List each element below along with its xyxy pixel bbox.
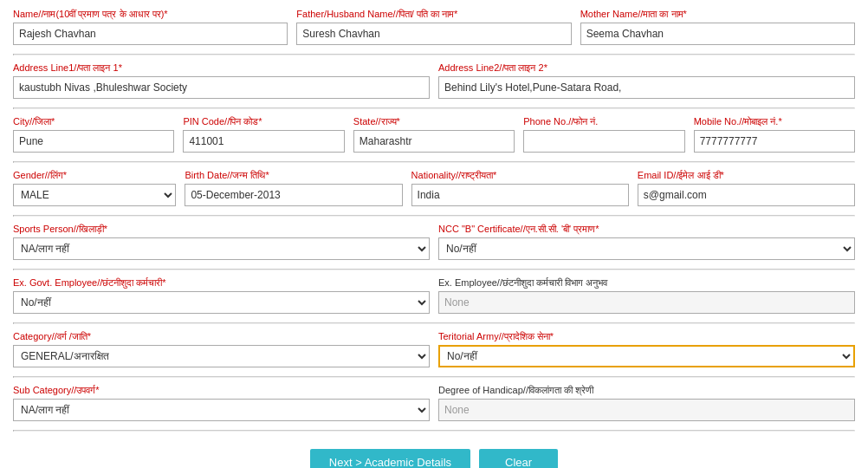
row-name-father-mother: Name//नाम(10वीं प्रमाण पत्र के आधार पर)*… — [13, 9, 855, 45]
divider-1 — [13, 54, 855, 55]
city-label: City//जिला* — [13, 116, 174, 127]
divider-2 — [13, 107, 855, 109]
state-input[interactable] — [353, 130, 515, 153]
father-label: Father/Husband Name//पिता/ पति का नाम* — [296, 9, 571, 20]
gender-label: Gender//लिंग* — [13, 170, 176, 181]
state-group: State//राज्य* — [353, 116, 515, 153]
birthdate-input[interactable] — [185, 184, 402, 206]
handicap-group: Degree of Handicap//विकलांगता की श्रेणी … — [438, 385, 855, 421]
row-subcategory-handicap: Sub Category//उपवर्ग* NA/लाग नहीं Degree… — [13, 385, 855, 421]
row-address: Address Line1//पता लाइन 1* Address Line2… — [13, 62, 855, 99]
exemp-group: Ex. Employee//छंटनीशुदा कर्मचारी विभाग अ… — [438, 277, 855, 314]
handicap-value: None — [438, 399, 855, 421]
addr2-label: Address Line2//पता लाइन 2* — [438, 62, 855, 74]
subcategory-group: Sub Category//उपवर्ग* NA/लाग नहीं — [13, 385, 430, 421]
mother-group: Mother Name//माता का नाम* — [580, 9, 855, 45]
ncc-label: NCC "B" Certificate//एन.सी.सी. 'बी' प्रम… — [438, 224, 855, 235]
exgovt-select[interactable]: No/नहीं — [13, 291, 430, 314]
mother-label: Mother Name//माता का नाम* — [580, 9, 855, 20]
exgovt-label: Ex. Govt. Employee//छंटनीशुदा कर्मचारी* — [13, 277, 430, 289]
name-input[interactable] — [13, 23, 288, 45]
divider-5 — [13, 269, 855, 270]
exemp-value: None — [438, 291, 855, 314]
territorial-select[interactable]: No/नहीं — [438, 345, 855, 367]
addr1-label: Address Line1//पता लाइन 1* — [13, 62, 430, 74]
nationality-label: Nationality//राष्ट्रीयता* — [411, 170, 629, 181]
row-city-pin-state-phone-mobile: City//जिला* PIN Code//पिन कोड* State//रा… — [13, 116, 855, 153]
exgovt-group: Ex. Govt. Employee//छंटनीशुदा कर्मचारी* … — [13, 277, 430, 314]
sports-select[interactable]: NA/लाग नहीं — [13, 237, 430, 260]
name-group: Name//नाम(10वीं प्रमाण पत्र के आधार पर)* — [13, 9, 288, 45]
mobile-label: Mobile No.//मोबाइल नं.* — [694, 116, 855, 127]
next-academic-button[interactable]: Next > Academic Details — [310, 449, 470, 468]
email-input[interactable] — [638, 184, 855, 206]
city-input[interactable] — [13, 130, 174, 153]
handicap-label: Degree of Handicap//विकलांगता की श्रेणी — [438, 385, 855, 396]
category-select[interactable]: GENERAL/अनारक्षित — [13, 345, 430, 367]
button-row: Next > Academic Details Clear — [13, 444, 855, 468]
sports-label: Sports Person//खिलाड़ी* — [13, 224, 430, 235]
clear-button[interactable]: Clear — [479, 449, 558, 468]
mother-input[interactable] — [580, 23, 855, 45]
row-gender-birth-nat-email: Gender//लिंग* MALE Birth Date//जन्म तिथि… — [13, 170, 855, 206]
subcategory-select[interactable]: NA/लाग नहीं — [13, 399, 430, 421]
pin-label: PIN Code//पिन कोड* — [183, 116, 344, 127]
territorial-label: Teritorial Army//प्रादेशिक सेना* — [438, 331, 855, 342]
phone-input[interactable] — [523, 130, 684, 153]
state-label: State//राज्य* — [353, 116, 515, 127]
sports-group: Sports Person//खिलाड़ी* NA/लाग नहीं — [13, 224, 430, 260]
divider-8 — [13, 430, 855, 432]
father-group: Father/Husband Name//पिता/ पति का नाम* — [296, 9, 571, 45]
divider-6 — [13, 322, 855, 324]
exemp-label: Ex. Employee//छंटनीशुदा कर्मचारी विभाग अ… — [438, 277, 855, 289]
divider-4 — [13, 215, 855, 217]
phone-group: Phone No.//फोन नं. — [523, 116, 684, 153]
nationality-input[interactable] — [411, 184, 629, 206]
ncc-group: NCC "B" Certificate//एन.सी.सी. 'बी' प्रम… — [438, 224, 855, 260]
phone-label: Phone No.//फोन नं. — [523, 116, 684, 127]
category-label: Category//वर्ग /जाति* — [13, 331, 430, 342]
pin-input[interactable] — [183, 130, 344, 153]
row-exgovt-exemp: Ex. Govt. Employee//छंटनीशुदा कर्मचारी* … — [13, 277, 855, 314]
divider-7 — [13, 376, 855, 378]
email-group: Email ID//ईमेल आई डी* — [638, 170, 855, 206]
subcategory-label: Sub Category//उपवर्ग* — [13, 385, 430, 396]
category-group: Category//वर्ग /जाति* GENERAL/अनारक्षित — [13, 331, 430, 367]
name-label: Name//नाम(10वीं प्रमाण पत्र के आधार पर)* — [13, 9, 288, 20]
row-sports-ncc: Sports Person//खिलाड़ी* NA/लाग नहीं NCC … — [13, 224, 855, 260]
birthdate-group: Birth Date//जन्म तिथि* — [185, 170, 402, 206]
form-container: Name//नाम(10वीं प्रमाण पत्र के आधार पर)*… — [13, 9, 855, 468]
father-input[interactable] — [296, 23, 571, 45]
territorial-group: Teritorial Army//प्रादेशिक सेना* No/नहीं — [438, 331, 855, 367]
city-group: City//जिला* — [13, 116, 174, 153]
addr2-input[interactable] — [438, 76, 855, 99]
ncc-select[interactable]: No/नहीं — [438, 237, 855, 260]
addr2-group: Address Line2//पता लाइन 2* — [438, 62, 855, 99]
addr1-input[interactable] — [13, 76, 430, 99]
pin-group: PIN Code//पिन कोड* — [183, 116, 344, 153]
birthdate-label: Birth Date//जन्म तिथि* — [185, 170, 402, 181]
nationality-group: Nationality//राष्ट्रीयता* — [411, 170, 629, 206]
addr1-group: Address Line1//पता लाइन 1* — [13, 62, 430, 99]
mobile-input[interactable] — [694, 130, 855, 153]
gender-group: Gender//लिंग* MALE — [13, 170, 176, 206]
email-label: Email ID//ईमेल आई डी* — [638, 170, 855, 181]
row-category-territorial: Category//वर्ग /जाति* GENERAL/अनारक्षित … — [13, 331, 855, 367]
divider-3 — [13, 161, 855, 163]
mobile-group: Mobile No.//मोबाइल नं.* — [694, 116, 855, 153]
gender-select[interactable]: MALE — [13, 184, 176, 206]
